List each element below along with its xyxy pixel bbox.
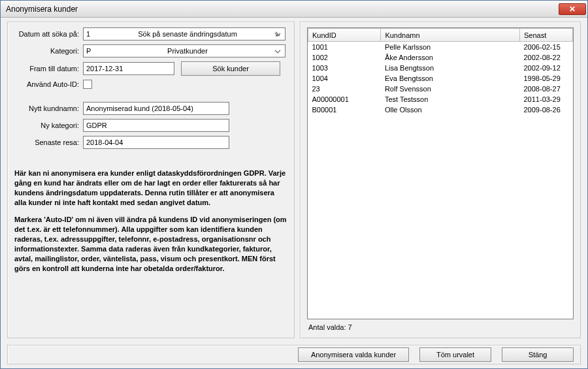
table-row[interactable]: 1001Pelle Karlsson2006-02-15 xyxy=(308,42,573,52)
cell-senast: 2009-08-26 xyxy=(520,104,573,115)
content-area: Datum att söka på: 1 Sök på senaste ändr… xyxy=(1,18,587,342)
combo-kategori[interactable]: P Privatkunder xyxy=(83,44,286,57)
close-button[interactable]: ✕ xyxy=(559,3,586,15)
cell-kundid: A00000001 xyxy=(308,94,381,104)
row-auto-id: Använd Auto-ID: xyxy=(14,80,287,89)
window-title: Anonymisera kunder xyxy=(6,5,78,14)
chevron-down-icon xyxy=(273,29,282,39)
checkbox-auto-id[interactable] xyxy=(83,80,92,89)
label-ny-kategori: Ny kategori: xyxy=(14,121,83,129)
col-header-kundid[interactable]: KundID xyxy=(308,29,381,42)
spacer xyxy=(14,93,287,102)
titlebar: Anonymisera kunder ✕ xyxy=(1,1,587,18)
cell-kundnamn: Åke Andersson xyxy=(381,52,520,63)
description-p1: Här kan ni anonymisera era kunder enligt… xyxy=(14,168,287,207)
cell-senast: 2002-09-12 xyxy=(520,63,573,73)
cell-kundnamn: Pelle Karlsson xyxy=(381,42,520,52)
chevron-down-icon xyxy=(273,46,282,56)
stang-button[interactable]: Stäng xyxy=(502,347,574,362)
cell-senast: 2002-08-22 xyxy=(520,52,573,63)
table-row[interactable]: 1004Eva Bengtsson1998-05-29 xyxy=(308,73,573,84)
cell-kundid: 1002 xyxy=(308,52,381,63)
label-nytt-kundnamn: Nytt kundnamn: xyxy=(14,104,83,112)
antal-valda-label: Antal valda: 7 xyxy=(307,319,574,332)
label-kategori: Kategori: xyxy=(14,47,83,55)
results-table-body: 1001Pelle Karlsson2006-02-151002Åke Ande… xyxy=(308,42,573,115)
row-fram-till-datum: Fram till datum: Sök kunder xyxy=(14,61,287,76)
anonymisera-button[interactable]: Anonymisera valda kunder xyxy=(298,347,409,362)
row-kategori: Kategori: P Privatkunder xyxy=(14,44,287,57)
footer-bar: Anonymisera valda kunder Töm urvalet Stä… xyxy=(7,345,581,364)
cell-kundnamn: Eva Bengtsson xyxy=(381,73,520,84)
window: Anonymisera kunder ✕ Datum att söka på: … xyxy=(0,0,588,369)
table-row[interactable]: A00000001Test Testsson2011-03-29 xyxy=(308,94,573,104)
input-senaste-resa[interactable] xyxy=(83,136,229,149)
row-ny-kategori: Ny kategori: xyxy=(14,119,287,132)
cell-kundnamn: Rolf Svensson xyxy=(381,84,520,94)
input-fram-till-datum[interactable] xyxy=(83,62,174,75)
label-senaste-resa: Senaste resa: xyxy=(14,138,83,146)
table-header-row: KundID Kundnamn Senast xyxy=(308,29,573,42)
cell-kundid: B00001 xyxy=(308,104,381,115)
cell-kundnamn: Olle Olsson xyxy=(381,104,520,115)
sok-kunder-button[interactable]: Sök kunder xyxy=(181,61,280,76)
results-table: KundID Kundnamn Senast 1001Pelle Karlsso… xyxy=(308,28,573,115)
cell-senast: 2011-03-29 xyxy=(520,94,573,104)
cell-kundid: 1001 xyxy=(308,42,381,52)
table-row[interactable]: 23Rolf Svensson2008-08-27 xyxy=(308,84,573,94)
close-icon: ✕ xyxy=(569,5,576,14)
row-datum-att-soka: Datum att söka på: 1 Sök på senaste ändr… xyxy=(14,27,287,40)
label-fram-till-datum: Fram till datum: xyxy=(14,65,83,72)
label-auto-id: Använd Auto-ID: xyxy=(14,80,83,88)
combo-datum-text: Sök på senaste ändringsdatum xyxy=(102,30,273,38)
cell-senast: 2006-02-15 xyxy=(520,42,573,52)
description-text: Här kan ni anonymisera era kunder enligt… xyxy=(14,168,287,281)
cell-senast: 2008-08-27 xyxy=(520,84,573,94)
tom-urvalet-button[interactable]: Töm urvalet xyxy=(419,347,491,362)
right-panel: KundID Kundnamn Senast 1001Pelle Karlsso… xyxy=(300,22,581,338)
cell-kundid: 1003 xyxy=(308,63,381,73)
input-nytt-kundnamn[interactable] xyxy=(83,102,229,115)
col-header-kundnamn[interactable]: Kundnamn xyxy=(381,29,520,42)
table-row[interactable]: 1002Åke Andersson2002-08-22 xyxy=(308,52,573,63)
description-p2: Markera 'Auto-ID' om ni även vill ändra … xyxy=(14,215,287,273)
cell-kundnamn: Lisa Bengtsson xyxy=(381,63,520,73)
label-datum-att-soka: Datum att söka på: xyxy=(14,30,83,38)
results-table-wrapper[interactable]: KundID Kundnamn Senast 1001Pelle Karlsso… xyxy=(307,27,574,319)
input-ny-kategori[interactable] xyxy=(83,119,229,132)
row-nytt-kundnamn: Nytt kundnamn: xyxy=(14,102,287,115)
combo-kategori-code: P xyxy=(86,47,102,55)
combo-datum-att-soka[interactable]: 1 Sök på senaste ändringsdatum xyxy=(83,27,286,40)
cell-senast: 1998-05-29 xyxy=(520,73,573,84)
combo-datum-code: 1 xyxy=(86,30,102,38)
cell-kundid: 23 xyxy=(308,84,381,94)
cell-kundid: 1004 xyxy=(308,73,381,84)
table-row[interactable]: B00001Olle Olsson2009-08-26 xyxy=(308,104,573,115)
col-header-senast[interactable]: Senast xyxy=(520,29,573,42)
table-row[interactable]: 1003Lisa Bengtsson2002-09-12 xyxy=(308,63,573,73)
combo-kategori-text: Privatkunder xyxy=(102,47,273,55)
row-senaste-resa: Senaste resa: xyxy=(14,136,287,149)
left-panel: Datum att söka på: 1 Sök på senaste ändr… xyxy=(7,22,295,338)
cell-kundnamn: Test Testsson xyxy=(381,94,520,104)
